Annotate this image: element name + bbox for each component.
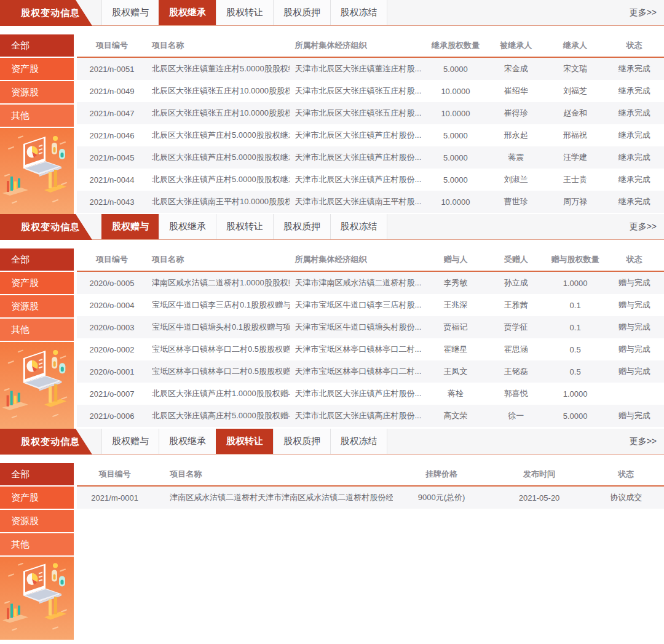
table-cell: 津南区咸水沽镇二道桥村1.0000股股权赠... xyxy=(147,271,290,294)
column-header: 所属村集体经济组织 xyxy=(290,34,424,57)
table-cell: 霍思涵 xyxy=(486,338,545,360)
column-header: 受赠人 xyxy=(486,248,545,271)
table-row[interactable]: 2021/n-0043北辰区大张庄镇南王平村10.0000股股权继...天津市北… xyxy=(77,191,664,213)
section-header-bar: 股权变动信息 股权赠与股权继承股权转让股权质押股权冻结 更多>> xyxy=(0,429,664,455)
table-row[interactable]: 2021/n-0045北辰区大张庄镇芦庄村5.0000股股权继承...天津市北辰… xyxy=(77,146,664,169)
column-header: 赠与人 xyxy=(425,248,487,271)
table-cell: 9000元(总价) xyxy=(393,486,491,509)
table-cell: 宋金成 xyxy=(486,57,545,80)
table-cell: 2020/o-0001 xyxy=(77,360,147,383)
table-cell: 2021/n-0047 xyxy=(77,102,147,124)
table-cell: 天津市宝坻区林亭口镇林亭口二村... xyxy=(290,338,424,360)
column-header: 项目名称 xyxy=(147,34,290,57)
table-cell: 1.0000 xyxy=(545,271,604,294)
table-cell: 继承完成 xyxy=(605,146,664,169)
table-cell: 0.1 xyxy=(545,294,604,316)
tab-股权转让[interactable]: 股权转让 xyxy=(216,214,273,239)
table-cell: 2021/n-0046 xyxy=(77,124,147,146)
tab-股权冻结[interactable]: 股权冻结 xyxy=(330,429,387,454)
tab-股权赠与[interactable]: 股权赠与 xyxy=(101,429,159,454)
more-link[interactable]: 更多>> xyxy=(630,7,657,18)
table-cell: 北辰区大张庄镇董连庄村5.0000股股权继... xyxy=(147,57,290,80)
sidebar-item-资源股[interactable]: 资源股 xyxy=(0,510,74,532)
table-cell: 天津市北辰区大张庄镇高庄村股份... xyxy=(290,405,424,427)
records-table: 项目编号项目名称所属村集体经济组织继承股权数量被继承人继承人状态 2021/n-… xyxy=(77,34,664,213)
table-row[interactable]: 2020/o-0003宝坻区牛道口镇塘头村0.1股股权赠与项目天津市宝坻区牛道口… xyxy=(77,316,664,338)
sidebar-item-全部[interactable]: 全部 xyxy=(0,248,74,271)
tab-股权冻结[interactable]: 股权冻结 xyxy=(330,0,387,25)
sidebar-item-其他[interactable]: 其他 xyxy=(0,105,74,127)
sidebar-item-其他[interactable]: 其他 xyxy=(0,319,74,341)
section-title: 股权变动信息 xyxy=(0,0,92,26)
table-row[interactable]: 2021/n-0049北辰区大张庄镇张五庄村10.0000股股权继...天津市北… xyxy=(77,80,664,102)
table-cell: 赠与完成 xyxy=(605,360,664,383)
tab-股权质押[interactable]: 股权质押 xyxy=(273,0,330,25)
laptop-chart-illustration xyxy=(0,342,74,429)
table-cell: 蒋震 xyxy=(486,146,545,169)
sidebar-item-资源股[interactable]: 资源股 xyxy=(0,295,74,317)
column-header: 挂牌价格 xyxy=(393,463,491,486)
tab-股权赠与[interactable]: 股权赠与 xyxy=(101,214,159,239)
table-cell: 天津市北辰区大张庄镇芦庄村股份... xyxy=(290,383,424,405)
tab-股权转让[interactable]: 股权转让 xyxy=(216,0,273,25)
column-header: 被继承人 xyxy=(486,34,545,57)
table-cell: 王凤文 xyxy=(425,360,487,383)
mini-bar-chart xyxy=(2,604,28,623)
table-row[interactable]: 2021/n-0051北辰区大张庄镇董连庄村5.0000股股权继...天津市北辰… xyxy=(77,57,664,80)
sidebar-item-资产股[interactable]: 资产股 xyxy=(0,487,74,509)
table-cell: 宝坻区牛道口镇塘头村0.1股股权赠与项目 xyxy=(147,316,290,338)
sidebar-item-全部[interactable]: 全部 xyxy=(0,34,74,57)
table-cell: 0.5 xyxy=(545,338,604,360)
tab-股权转让[interactable]: 股权转让 xyxy=(216,429,273,454)
sidebar-item-资产股[interactable]: 资产股 xyxy=(0,58,74,80)
records-table-wrap: 项目编号项目名称所属村集体经济组织赠与人受赠人赠与股权数量状态 2020/o-0… xyxy=(77,248,664,429)
tab-股权继承[interactable]: 股权继承 xyxy=(159,0,216,25)
sidebar-item-资产股[interactable]: 资产股 xyxy=(0,272,74,294)
table-cell: 天津市北辰区大张庄镇芦庄村股份... xyxy=(290,169,424,191)
beaker-shapes xyxy=(52,563,65,587)
table-cell: 协议成交 xyxy=(588,486,664,509)
table-row[interactable]: 2020/o-0002宝坻区林亭口镇林亭口二村0.5股股权赠与...天津市宝坻区… xyxy=(77,338,664,360)
table-cell: 天津市宝坻区林亭口镇林亭口二村... xyxy=(290,360,424,383)
table-row[interactable]: 2021/m-0001津南区咸水沽镇二道桥村天津市津南区咸水沽镇二道桥村股份经.… xyxy=(77,486,664,509)
more-link[interactable]: 更多>> xyxy=(630,436,657,447)
table-cell: 曹世珍 xyxy=(486,191,545,213)
table-row[interactable]: 2021/n-0047北辰区大张庄镇张五庄村10.0000股股权继...天津市北… xyxy=(77,102,664,124)
records-table-wrap: 项目编号项目名称所属村集体经济组织继承股权数量被继承人继承人状态 2021/n-… xyxy=(77,34,664,214)
category-sidebar: 全部资产股资源股其他 xyxy=(0,34,74,214)
table-row[interactable]: 2021/o-0006北辰区大张庄镇高庄村5.0000股股权赠与...天津市北辰… xyxy=(77,405,664,427)
table-row[interactable]: 2020/o-0005津南区咸水沽镇二道桥村1.0000股股权赠...天津市津南… xyxy=(77,271,664,294)
sidebar-item-资源股[interactable]: 资源股 xyxy=(0,81,74,103)
table-row[interactable]: 2021/n-0046北辰区大张庄镇芦庄村5.0000股股权继承...天津市北辰… xyxy=(77,124,664,146)
table-cell: 邢永起 xyxy=(486,124,545,146)
section-title: 股权变动信息 xyxy=(0,429,92,455)
table-header-row: 项目编号项目名称所属村集体经济组织赠与人受赠人赠与股权数量状态 xyxy=(77,248,664,271)
tab-股权质押[interactable]: 股权质押 xyxy=(273,429,330,454)
table-row[interactable]: 2021/o-0007北辰区大张庄镇芦庄村1.0000股股权赠与...天津市北辰… xyxy=(77,383,664,405)
table-cell: 2021/n-0049 xyxy=(77,80,147,102)
table-cell: 继承完成 xyxy=(605,124,664,146)
table-cell: 10.0000 xyxy=(425,80,487,102)
table-cell: 孙立成 xyxy=(486,271,545,294)
table-cell: 0.1 xyxy=(545,316,604,338)
table-cell: 继承完成 xyxy=(605,57,664,80)
sidebar-item-全部[interactable]: 全部 xyxy=(0,463,74,485)
table-cell: 李秀敏 xyxy=(425,271,487,294)
column-header: 继承股权数量 xyxy=(425,34,487,57)
table-cell: 0.5 xyxy=(545,360,604,383)
tab-股权继承[interactable]: 股权继承 xyxy=(159,429,216,454)
sidebar-item-其他[interactable]: 其他 xyxy=(0,533,74,555)
table-row[interactable]: 2020/o-0004宝坻区牛道口镇李三店村0.1股股权赠与项目天津市宝坻区牛道… xyxy=(77,294,664,316)
tab-bar: 股权赠与股权继承股权转让股权质押股权冻结 xyxy=(101,429,387,454)
more-link[interactable]: 更多>> xyxy=(630,221,657,233)
table-row[interactable]: 2021/n-0044北辰区大张庄镇芦庄村5.0000股股权继承...天津市北辰… xyxy=(77,169,664,191)
tab-股权冻结[interactable]: 股权冻结 xyxy=(330,214,387,239)
tab-股权质押[interactable]: 股权质押 xyxy=(273,214,330,239)
tab-股权继承[interactable]: 股权继承 xyxy=(159,214,216,239)
section-title-text: 股权变动信息 xyxy=(21,436,80,448)
column-header: 项目编号 xyxy=(77,463,152,486)
table-row[interactable]: 2020/o-0001宝坻区林亭口镇林亭口二村0.5股股权赠与...天津市宝坻区… xyxy=(77,360,664,383)
table-cell: 宋文瑞 xyxy=(545,57,604,80)
tab-股权赠与[interactable]: 股权赠与 xyxy=(101,0,159,25)
section-header-bar: 股权变动信息 股权赠与股权继承股权转让股权质押股权冻结 更多>> xyxy=(0,0,664,26)
